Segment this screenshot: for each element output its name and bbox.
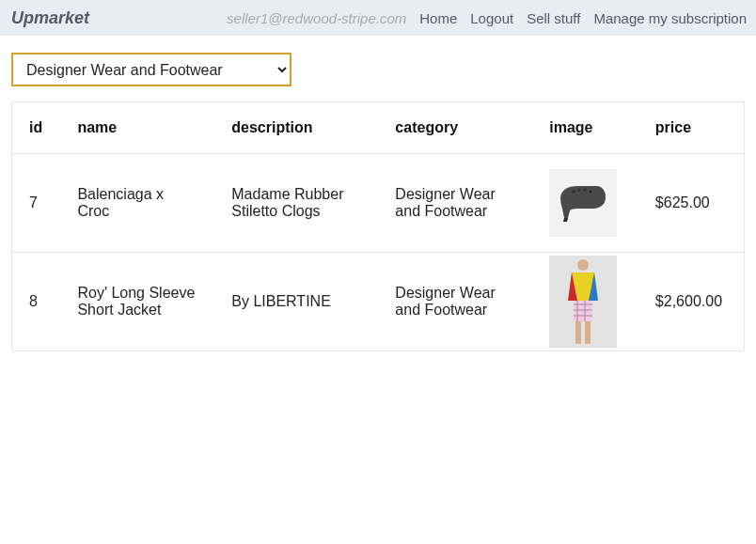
svg-rect-7: [574, 301, 592, 321]
svg-point-3: [584, 189, 587, 192]
nav-sell-stuff[interactable]: Sell stuff: [527, 10, 580, 26]
colorful-jacket-icon: [549, 268, 617, 335]
main-content: Designer Wear and Footwear id name descr…: [0, 36, 756, 361]
app-header: Upmarket seller1@redwood-stripe.com Home…: [0, 0, 756, 36]
column-description: description: [214, 102, 378, 154]
user-email: seller1@redwood-stripe.com: [227, 10, 406, 26]
cell-price: $2,600.00: [638, 253, 745, 351]
nav-manage-subscription[interactable]: Manage my subscription: [593, 10, 747, 26]
cell-category: Designer Wear and Footwear: [378, 253, 532, 351]
header-nav: seller1@redwood-stripe.com Home Logout S…: [227, 10, 747, 26]
cell-description: By LIBERTINE: [214, 253, 378, 351]
products-table: id name description category image price…: [11, 101, 745, 351]
column-name: name: [60, 102, 214, 154]
svg-rect-14: [585, 321, 591, 344]
nav-home[interactable]: Home: [419, 10, 457, 26]
svg-point-6: [577, 259, 589, 271]
table-row: 8 Roy' Long Sleeve Short Jacket By LIBER…: [12, 253, 745, 351]
cell-image: [532, 154, 638, 253]
table-row: 7 Balenciaga x Croc Madame Rubber Stilet…: [12, 154, 745, 253]
cell-name: Balenciaga x Croc: [60, 154, 214, 253]
table-header-row: id name description category image price: [12, 102, 745, 154]
svg-point-2: [578, 189, 581, 192]
svg-point-1: [573, 191, 575, 194]
stiletto-clog-icon: [549, 169, 617, 237]
category-select[interactable]: Designer Wear and Footwear: [11, 53, 291, 86]
cell-description: Madame Rubber Stiletto Clogs: [214, 154, 378, 253]
nav-logout[interactable]: Logout: [470, 10, 513, 26]
cell-name: Roy' Long Sleeve Short Jacket: [60, 253, 214, 351]
column-id: id: [12, 102, 61, 154]
cell-image: [532, 253, 638, 351]
column-category: category: [378, 102, 532, 154]
cell-id: 7: [12, 154, 61, 253]
cell-price: $625.00: [638, 154, 745, 253]
column-price: price: [638, 102, 745, 154]
svg-point-4: [590, 191, 592, 194]
cell-id: 8: [12, 253, 61, 351]
column-image: image: [532, 102, 638, 154]
brand-title: Upmarket: [11, 8, 89, 28]
cell-category: Designer Wear and Footwear: [378, 154, 532, 253]
svg-rect-13: [575, 321, 581, 344]
